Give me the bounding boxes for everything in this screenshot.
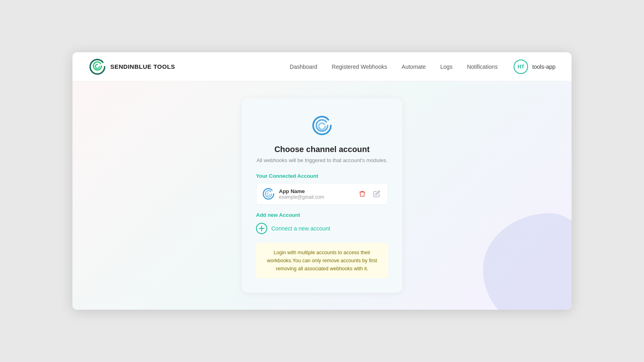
avatar: HT — [514, 60, 528, 74]
add-new-label: Add new Account — [256, 212, 388, 218]
account-icon — [262, 187, 275, 200]
card-logo-icon — [311, 114, 333, 137]
card-title: Choose channel account — [256, 145, 388, 154]
nav-dashboard[interactable]: Dashboard — [290, 64, 318, 70]
decorative-blob — [483, 213, 572, 310]
app-window: SENDINBLUE TOOLS Dashboard Registered We… — [72, 52, 572, 310]
nav-notifications[interactable]: Notifications — [467, 64, 497, 70]
account-name: App Name — [279, 188, 357, 194]
card-logo — [256, 114, 388, 137]
logo-area: SENDINBLUE TOOLS — [89, 58, 175, 76]
nav-logs[interactable]: Logs — [440, 64, 452, 70]
nav-automate[interactable]: Automate — [402, 64, 426, 70]
account-info: App Name example@gmail.com — [279, 188, 357, 200]
user-area: HT tools-app — [514, 60, 555, 74]
account-email: example@gmail.com — [279, 194, 357, 200]
connected-section-label: Your Connected Account — [256, 173, 388, 179]
logo-text: SENDINBLUE TOOLS — [110, 63, 175, 70]
nav-links: Dashboard Registered Webhooks Automate L… — [290, 64, 498, 70]
connect-plus-icon — [256, 223, 267, 234]
main-content: Choose channel account All webhooks will… — [72, 81, 572, 310]
nav-registered-webhooks[interactable]: Registered Webhooks — [332, 64, 387, 70]
edit-account-button[interactable] — [372, 189, 382, 199]
info-box: Login with multiple accounts to access t… — [256, 243, 388, 278]
account-actions — [357, 189, 382, 199]
card-subtitle: All webhooks will be triggered to that a… — [256, 157, 388, 163]
account-row: App Name example@gmail.com — [256, 183, 388, 205]
channel-account-card: Choose channel account All webhooks will… — [242, 98, 402, 293]
connect-text: Connect a new account — [271, 225, 330, 232]
header: SENDINBLUE TOOLS Dashboard Registered We… — [72, 52, 572, 81]
username: tools-app — [532, 64, 555, 70]
info-message: Login with multiple accounts to access t… — [267, 250, 377, 272]
logo-icon — [89, 58, 106, 76]
delete-account-button[interactable] — [357, 189, 367, 199]
connect-new-account-row[interactable]: Connect a new account — [256, 223, 388, 234]
